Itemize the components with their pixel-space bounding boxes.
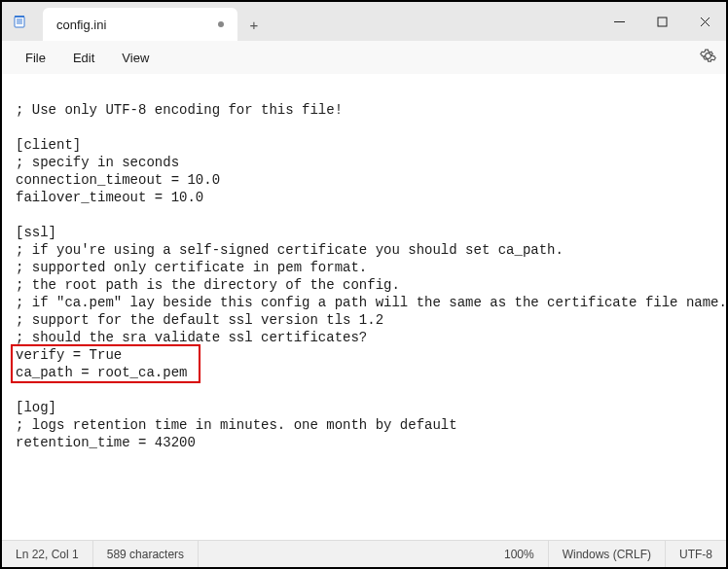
status-zoom[interactable]: 100% [491,541,549,567]
editor-line [16,206,714,224]
dirty-indicator-icon [218,21,224,27]
editor-line: retention_time = 43200 [16,434,714,451]
svg-rect-4 [15,16,24,18]
maximize-button[interactable] [640,2,683,41]
menubar: File Edit View [2,41,726,74]
editor-area[interactable]: ; Use only UTF-8 encoding for this file!… [2,74,726,540]
editor-line: [client] [16,136,714,154]
minimize-icon [614,17,625,27]
status-encoding[interactable]: UTF-8 [666,541,726,567]
close-button[interactable] [683,2,726,41]
new-tab-button[interactable]: + [237,8,271,41]
close-icon [700,17,710,27]
menu-file[interactable]: File [12,47,59,69]
editor-line: verify = True [16,346,714,364]
gear-icon [700,48,716,64]
plus-icon: + [250,17,259,33]
editor-line: ; specify in seconds [16,154,714,171]
editor-line: connection_timeout = 10.0 [16,171,714,189]
minimize-button[interactable] [598,2,640,41]
editor-line: ; Use only UTF-8 encoding for this file! [16,101,714,119]
editor-line: ; should the sra validate ssl certificat… [16,329,714,346]
notepad-icon [12,14,27,29]
menu-view[interactable]: View [108,47,163,69]
editor-line: failover_timeout = 10.0 [16,189,714,206]
editor-line [16,381,714,399]
titlebar: config.ini + [2,2,726,41]
menu-edit[interactable]: Edit [59,47,108,69]
editor-line: ; the root path is the directory of the … [16,276,714,294]
editor-line: ; if you're using a self-signed certific… [16,241,714,259]
maximize-icon [657,17,668,27]
statusbar: Ln 22, Col 1 589 characters 100% Windows… [2,540,726,567]
status-line-ending[interactable]: Windows (CRLF) [549,541,666,567]
svg-rect-6 [658,18,667,26]
editor-line: [ssl] [16,224,714,241]
editor-line [16,451,714,469]
settings-button[interactable] [700,48,716,67]
app-icon [2,2,29,41]
editor-line [16,119,714,136]
editor-line [16,84,714,101]
editor-line: [log] [16,399,714,416]
editor-line: ; supported only certificate in pem form… [16,259,714,276]
tab-title: config.ini [56,18,106,32]
window-controls [598,2,726,41]
editor-line: ; if "ca.pem" lay beside this config a p… [16,294,714,311]
editor-line: ; support for the default ssl version tl… [16,311,714,329]
status-char-count: 589 characters [93,541,199,567]
tab-config-ini[interactable]: config.ini [43,8,237,41]
editor-line: ca_path = root_ca.pem [16,364,714,381]
status-cursor-position[interactable]: Ln 22, Col 1 [2,541,93,567]
editor-line: ; logs retention time in minutes. one mo… [16,416,714,434]
